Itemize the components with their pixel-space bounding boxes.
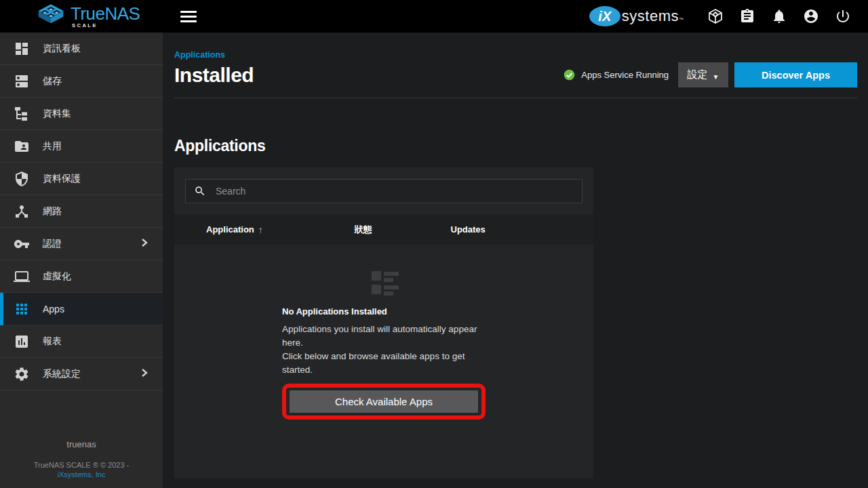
account-icon[interactable] <box>803 8 819 24</box>
breadcrumb[interactable]: Applications <box>174 50 225 60</box>
hostname: truenas <box>0 439 163 449</box>
sidebar-item-datasets[interactable]: 資料集 <box>0 98 163 130</box>
empty-state-line1: Applications you install will automatica… <box>282 323 486 350</box>
network-hub-icon <box>14 203 30 220</box>
shield-icon <box>14 171 30 187</box>
discover-apps-button[interactable]: Discover Apps <box>734 62 857 87</box>
sidebar-item-label: 認證 <box>43 238 62 250</box>
sidebar-footer: truenas TrueNAS SCALE ® © 2023 - iXsyste… <box>0 439 163 479</box>
main-content: Applications Installed Apps Service Runn… <box>163 33 868 488</box>
empty-state-title: No Applications Installed <box>282 306 486 317</box>
topbar-actions: iX systems ™ <box>589 6 868 26</box>
sidebar-item-label: 資訊看板 <box>43 43 81 55</box>
table-header-row: Application ↑ 狀態 Updates <box>174 214 593 245</box>
column-header-application[interactable]: Application ↑ <box>174 224 349 235</box>
sidebar-item-credentials[interactable]: 認證 <box>0 228 163 260</box>
bar-chart-icon <box>14 333 30 350</box>
chevron-right-icon <box>140 238 149 250</box>
search-row <box>174 167 593 214</box>
red-highlight-annotation: Check Available Apps <box>282 384 486 420</box>
sidebar-item-system-settings[interactable]: 系統設定 <box>0 358 163 390</box>
settings-button[interactable]: 設定 ▼ <box>678 62 728 87</box>
page-title: Installed <box>174 64 254 87</box>
gear-icon <box>14 366 30 382</box>
key-icon <box>14 236 30 252</box>
copyright-text: TrueNAS SCALE ® © 2023 - <box>0 460 163 470</box>
service-status-text: Apps Service Running <box>581 70 669 80</box>
chevron-right-icon <box>140 368 149 380</box>
ix-logo-text: systems <box>622 7 679 25</box>
ixsystems-link[interactable]: iXsystems, Inc <box>0 470 163 479</box>
ixsystems-logo: iX systems ™ <box>589 6 684 26</box>
empty-state: No Applications Installed Applications y… <box>174 245 593 479</box>
page-header: Installed Apps Service Running 設定 ▼ Disc… <box>174 62 857 87</box>
brand-name: TrueNAS <box>71 5 140 22</box>
power-icon[interactable] <box>835 8 851 24</box>
ix-logo-oval: iX <box>589 6 620 26</box>
discover-apps-label: Discover Apps <box>762 70 830 81</box>
applications-card: Application ↑ 狀態 Updates No A <box>174 167 593 479</box>
column-header-status[interactable]: 狀態 <box>349 224 378 236</box>
sidebar-item-label: 虛擬化 <box>43 270 71 283</box>
check-available-apps-label: Check Available Apps <box>335 396 433 407</box>
settings-button-label: 設定 <box>688 68 708 81</box>
sidebar-item-label: 資料集 <box>43 108 71 120</box>
sidebar-item-label: Apps <box>43 304 64 314</box>
empty-list-icon <box>368 270 400 297</box>
jobs-icon[interactable] <box>739 8 755 24</box>
applications-section-title: Applications <box>174 137 857 155</box>
storage-icon <box>14 73 30 89</box>
search-input[interactable] <box>216 186 574 197</box>
check-available-apps-button[interactable]: Check Available Apps <box>290 390 478 413</box>
notifications-bell-icon[interactable] <box>771 8 787 24</box>
shares-folder-icon <box>14 138 30 155</box>
sidebar-item-label: 資料保護 <box>43 173 81 185</box>
column-header-updates[interactable]: Updates <box>378 224 594 235</box>
datasets-icon <box>14 106 30 122</box>
truenas-logo-icon <box>37 3 65 30</box>
truecommand-icon[interactable] <box>707 8 724 24</box>
dashboard-icon <box>14 41 30 57</box>
sidebar: 資訊看板 儲存 資料集 共用 資料保護 網路 認證 <box>0 33 163 488</box>
sidebar-item-storage[interactable]: 儲存 <box>0 65 163 98</box>
sidebar-item-reporting[interactable]: 報表 <box>0 325 163 358</box>
sidebar-item-label: 系統設定 <box>43 368 81 380</box>
apps-grid-icon <box>14 301 30 317</box>
truenas-logo-text: TrueNAS SCALE <box>71 5 140 28</box>
caret-down-icon: ▼ <box>713 73 719 81</box>
topbar: TrueNAS SCALE iX systems ™ <box>0 0 868 33</box>
sidebar-item-network[interactable]: 網路 <box>0 195 163 228</box>
laptop-icon <box>14 268 30 285</box>
ix-trademark: ™ <box>679 17 684 22</box>
sidebar-item-data-protection[interactable]: 資料保護 <box>0 163 163 195</box>
empty-state-line2: Click below and browse available apps to… <box>282 350 486 377</box>
menu-toggle-icon[interactable] <box>180 8 197 24</box>
sidebar-item-shares[interactable]: 共用 <box>0 130 163 163</box>
header-divider <box>174 98 857 98</box>
sidebar-item-virtualization[interactable]: 虛擬化 <box>0 260 163 293</box>
sidebar-item-label: 儲存 <box>43 75 62 87</box>
service-running-check-icon <box>564 69 575 81</box>
truenas-logo[interactable]: TrueNAS SCALE <box>0 0 163 33</box>
sidebar-item-label: 網路 <box>43 205 62 218</box>
header-controls: Apps Service Running 設定 ▼ Discover Apps <box>564 62 857 87</box>
sidebar-item-label: 共用 <box>43 140 62 152</box>
sidebar-item-apps[interactable]: Apps <box>0 293 163 325</box>
sidebar-item-dashboard[interactable]: 資訊看板 <box>0 33 163 65</box>
sidebar-item-label: 報表 <box>43 336 62 348</box>
brand-edition: SCALE <box>72 23 140 28</box>
search-icon <box>194 185 206 197</box>
column-label: Application <box>206 224 254 235</box>
sort-ascending-icon: ↑ <box>258 224 263 235</box>
search-box[interactable] <box>185 179 583 203</box>
